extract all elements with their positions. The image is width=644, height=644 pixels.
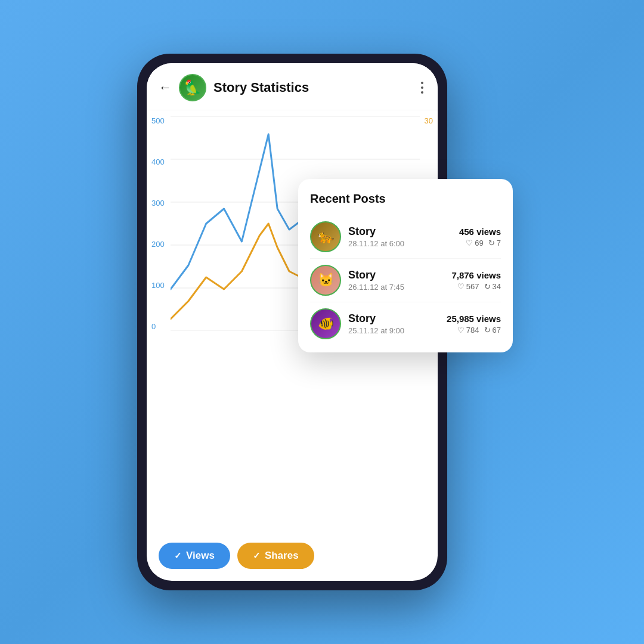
shares-label: Shares (265, 550, 299, 562)
y-label-400: 400 (151, 157, 165, 166)
post-name-3: Story (348, 312, 439, 325)
shares-button[interactable]: ✓ Shares (237, 543, 314, 569)
post-likes-2: ♡ 567 (457, 282, 479, 291)
app-header: ← 🦜 Story Statistics (147, 63, 438, 110)
post-info-3: Story 25.11.12 at 9:00 (348, 312, 439, 335)
y-right-30: 30 (425, 116, 433, 125)
post-date-1: 28.11.12 at 6:00 (348, 239, 452, 248)
post-engagement-3: ♡ 784 ↻ 67 (447, 326, 501, 335)
post-stats-2: 7,876 views ♡ 567 ↻ 34 (451, 270, 501, 291)
post-stats-3: 25,985 views ♡ 784 ↻ 67 (447, 314, 501, 335)
post-item-3[interactable]: 🐠 Story 25.11.12 at 9:00 25,985 views ♡ … (310, 302, 501, 339)
shares-check-icon: ✓ (253, 550, 261, 561)
post-avatar-2: 🐱 (310, 265, 341, 296)
post-shares-2: ↻ 34 (484, 282, 501, 291)
recent-posts-title: Recent Posts (310, 192, 501, 206)
post-avatar-1: 🐆 (310, 221, 341, 252)
y-label-200: 200 (151, 240, 165, 249)
post-date-3: 25.11.12 at 9:00 (348, 326, 439, 335)
post-shares-1: ↻ 7 (488, 239, 501, 247)
filter-buttons: ✓ Views ✓ Shares (147, 534, 438, 581)
y-axis-left: 500 400 300 200 100 0 (151, 116, 165, 331)
post-views-3: 25,985 views (447, 314, 501, 324)
post-shares-3: ↻ 67 (484, 326, 501, 335)
post-engagement-1: ♡ 69 ↻ 7 (459, 239, 501, 247)
more-options-button[interactable] (419, 79, 426, 96)
y-label-500: 500 (151, 116, 165, 125)
recent-posts-card: Recent Posts 🐆 Story 28.11.12 at 6:00 45… (298, 179, 513, 352)
post-likes-3: ♡ 784 (457, 326, 479, 335)
post-date-2: 26.11.12 at 7:45 (348, 283, 444, 292)
back-button[interactable]: ← (159, 80, 172, 95)
views-label: Views (186, 550, 215, 562)
post-info-2: Story 26.11.12 at 7:45 (348, 269, 444, 292)
y-label-100: 100 (151, 281, 165, 290)
phone-wrapper: ← 🦜 Story Statistics 500 400 300 (137, 54, 507, 590)
profile-avatar: 🦜 (179, 74, 206, 101)
post-stats-1: 456 views ♡ 69 ↻ 7 (459, 227, 501, 247)
post-engagement-2: ♡ 567 ↻ 34 (451, 282, 501, 291)
post-item-1[interactable]: 🐆 Story 28.11.12 at 6:00 456 views ♡ 69 … (310, 215, 501, 259)
post-info-1: Story 28.11.12 at 6:00 (348, 225, 452, 248)
views-check-icon: ✓ (174, 550, 182, 561)
post-name-2: Story (348, 269, 444, 281)
views-button[interactable]: ✓ Views (159, 543, 230, 569)
y-label-0: 0 (151, 322, 165, 331)
post-avatar-3: 🐠 (310, 308, 341, 339)
post-name-1: Story (348, 225, 452, 238)
post-views-1: 456 views (459, 227, 501, 237)
post-item-2[interactable]: 🐱 Story 26.11.12 at 7:45 7,876 views ♡ 5… (310, 259, 501, 302)
post-likes-1: ♡ 69 (466, 239, 483, 247)
y-label-300: 300 (151, 199, 165, 208)
page-title: Story Statistics (213, 80, 419, 95)
post-views-2: 7,876 views (451, 270, 501, 280)
